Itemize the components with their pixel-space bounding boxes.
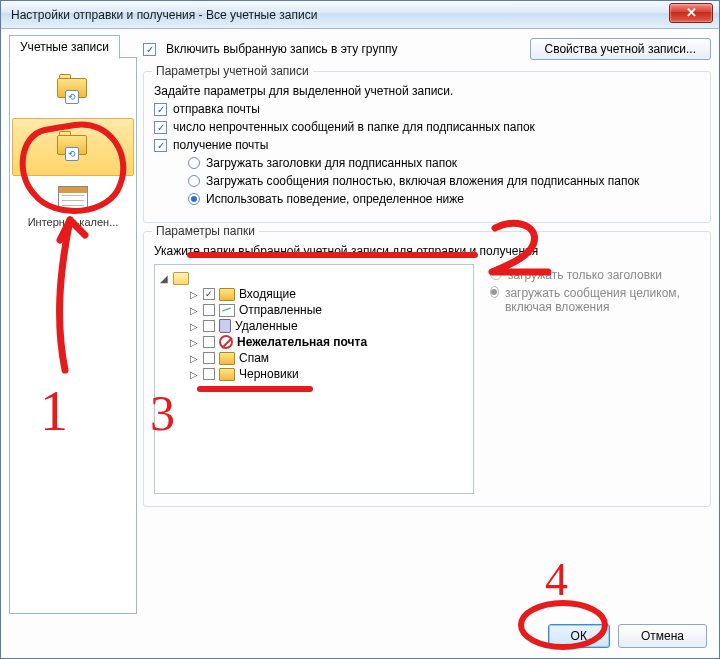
tree-item[interactable]: ▷Спам xyxy=(159,350,469,366)
account-options-group: Параметры учетной записи Задайте парамет… xyxy=(143,71,711,223)
account-properties-button[interactable]: Свойства учетной записи... xyxy=(530,38,711,60)
tree-checkbox[interactable] xyxy=(203,304,215,316)
radio-headers-label: Загружать заголовки для подписанных папо… xyxy=(206,156,457,170)
client-area: Учетные записи ⟲ ⟲ Интернет-кален... xyxy=(1,29,719,658)
tree-item-label: Нежелательная почта xyxy=(237,335,367,349)
folder-icon xyxy=(219,368,235,381)
radio-folder-full-label: загружать сообщения целиком, включая вло… xyxy=(505,286,700,314)
tab-accounts[interactable]: Учетные записи xyxy=(9,35,120,59)
radio-custom-behavior[interactable] xyxy=(188,193,200,205)
radio-headers-only[interactable] xyxy=(188,157,200,169)
close-button[interactable]: ✕ xyxy=(669,3,713,23)
tree-expand-icon[interactable]: ▷ xyxy=(189,321,199,332)
folder-options-group: Параметры папки Укажите папки выбранной … xyxy=(143,231,711,507)
include-checkbox[interactable] xyxy=(143,43,156,56)
dialog-buttons: ОК Отмена xyxy=(548,624,707,648)
send-mail-label: отправка почты xyxy=(173,102,260,116)
cancel-button[interactable]: Отмена xyxy=(618,624,707,648)
unread-count-label: число непрочтенных сообщений в папке для… xyxy=(173,120,535,134)
send-mail-checkbox[interactable] xyxy=(154,103,167,116)
tree-checkbox[interactable] xyxy=(203,336,215,348)
content-pane: Включить выбранную запись в эту группу С… xyxy=(143,35,711,614)
tree-expand-icon[interactable]: ▷ xyxy=(189,289,199,300)
junk-icon xyxy=(219,335,233,349)
tree-item-label: Входящие xyxy=(239,287,296,301)
radio-full-download[interactable] xyxy=(188,175,200,187)
account-item-3[interactable]: Интернет-кален... xyxy=(10,176,136,242)
tree-expand-icon[interactable]: ▷ xyxy=(189,305,199,316)
tree-expand-icon[interactable]: ◢ xyxy=(159,273,169,284)
tree-item-label: Спам xyxy=(239,351,269,365)
tree-item[interactable]: ▷Черновики xyxy=(159,366,469,382)
tabstrip: Учетные записи xyxy=(9,35,120,59)
receive-mail-checkbox[interactable] xyxy=(154,139,167,152)
account-icon: ⟲ xyxy=(55,129,91,157)
tree-checkbox[interactable] xyxy=(203,368,215,380)
tree-checkbox[interactable] xyxy=(203,352,215,364)
group-instruction: Задайте параметры для выделенной учетной… xyxy=(154,84,700,98)
tree-item-label: Удаленные xyxy=(235,319,298,333)
tree-expand-icon[interactable]: ▷ xyxy=(189,369,199,380)
account-label: Интернет-кален... xyxy=(10,216,136,228)
receive-mail-label: получение почты xyxy=(173,138,268,152)
include-label: Включить выбранную запись в эту группу xyxy=(166,42,397,56)
unread-count-checkbox[interactable] xyxy=(154,121,167,134)
trash-icon xyxy=(219,319,231,333)
folder-download-options: загружать только заголовки загружать соо… xyxy=(490,264,700,494)
tree-item-label: Отправленные xyxy=(239,303,322,317)
folder-icon xyxy=(219,288,235,301)
tree-item[interactable]: ▷Отправленные xyxy=(159,302,469,318)
window-title: Настройки отправки и получения - Все уче… xyxy=(7,8,317,22)
radio-full-label: Загружать сообщения полностью, включая в… xyxy=(206,174,639,188)
tree-item[interactable]: ▷Удаленные xyxy=(159,318,469,334)
radio-custom-label: Использовать поведение, определенное ниж… xyxy=(206,192,464,206)
dialog-window: Настройки отправки и получения - Все уче… xyxy=(0,0,720,659)
account-item-2-selected[interactable]: ⟲ xyxy=(12,118,134,176)
root-folder-icon xyxy=(173,272,189,285)
radio-folder-headers-label: загружать только заголовки xyxy=(508,268,662,282)
tree-checkbox[interactable] xyxy=(203,288,215,300)
ok-button[interactable]: ОК xyxy=(548,624,610,648)
include-row: Включить выбранную запись в эту группу С… xyxy=(143,35,711,63)
tree-expand-icon[interactable]: ▷ xyxy=(189,337,199,348)
radio-folder-full xyxy=(490,286,499,298)
group-instruction: Укажите папки выбранной учетной записи д… xyxy=(154,244,700,258)
radio-folder-headers xyxy=(490,268,502,280)
account-icon: ⟲ xyxy=(55,72,91,100)
titlebar: Настройки отправки и получения - Все уче… xyxy=(1,1,719,29)
group-legend: Параметры учетной записи xyxy=(152,64,313,78)
folder-tree[interactable]: ◢ ▷Входящие▷Отправленные▷Удаленные▷Нежел… xyxy=(154,264,474,494)
tree-item-label: Черновики xyxy=(239,367,299,381)
tree-item[interactable]: ▷Нежелательная почта xyxy=(159,334,469,350)
tree-item[interactable]: ▷Входящие xyxy=(159,286,469,302)
tree-expand-icon[interactable]: ▷ xyxy=(189,353,199,364)
calendar-icon xyxy=(58,186,88,212)
sent-icon xyxy=(219,304,235,317)
folder-icon xyxy=(219,352,235,365)
account-item-1[interactable]: ⟲ xyxy=(10,62,136,118)
group-legend: Параметры папки xyxy=(152,224,259,238)
accounts-sidebar: ⟲ ⟲ Интернет-кален... xyxy=(9,57,137,614)
tree-root[interactable]: ◢ xyxy=(159,271,469,286)
tree-checkbox[interactable] xyxy=(203,320,215,332)
